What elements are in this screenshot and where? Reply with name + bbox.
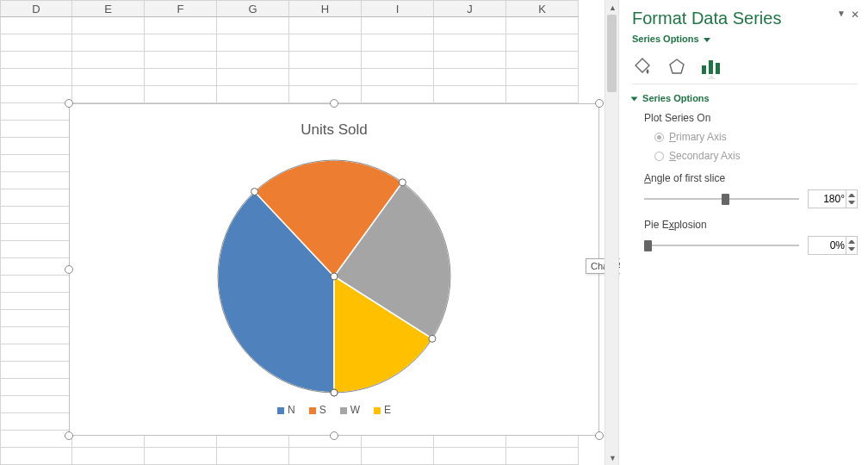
plot-series-on-label: Plot Series On: [632, 112, 858, 124]
chart-plot-area[interactable]: Units Sold NSWE: [69, 103, 599, 436]
scroll-down-button[interactable]: ▼: [605, 450, 620, 465]
legend-swatch: [340, 407, 347, 414]
explosion-slider[interactable]: [644, 238, 799, 253]
resize-handle-n[interactable]: [330, 99, 338, 108]
column-header-H[interactable]: H: [289, 0, 362, 17]
pane-options-icon[interactable]: ▼: [837, 9, 846, 18]
slice-handle[interactable]: [331, 389, 338, 396]
radio-icon: [654, 133, 664, 142]
pane-subtitle-label: Series Options: [632, 34, 699, 44]
legend-item-S[interactable]: S: [309, 404, 326, 416]
radio-icon: [654, 152, 664, 161]
explosion-input[interactable]: 0%: [808, 236, 858, 255]
active-tab-indicator: [707, 75, 716, 79]
scroll-up-button[interactable]: ▲: [605, 0, 620, 15]
close-icon[interactable]: ✕: [851, 9, 859, 21]
secondary-axis-radio: Secondary Axis: [632, 150, 858, 162]
group-label: Series Options: [642, 93, 710, 103]
spreadsheet-grid: DEFGHIJK Units Sold NSWE: [0, 0, 603, 465]
resize-handle-sw[interactable]: [65, 431, 73, 440]
effects-tab[interactable]: [666, 56, 687, 77]
svg-rect-2: [709, 60, 713, 74]
resize-handle-w[interactable]: [65, 265, 73, 274]
column-header-I[interactable]: I: [362, 0, 434, 17]
scroll-thumb[interactable]: [607, 15, 617, 92]
svg-marker-0: [670, 59, 684, 73]
explosion-value: 0%: [830, 239, 845, 251]
resize-handle-s[interactable]: [330, 431, 338, 440]
angle-slider[interactable]: [644, 191, 799, 207]
resize-handle-se[interactable]: [595, 431, 604, 440]
chevron-down-icon: [704, 38, 710, 42]
legend-label: W: [350, 404, 360, 416]
chart-object[interactable]: Units Sold NSWE: [59, 93, 610, 446]
legend-item-N[interactable]: N: [277, 404, 295, 416]
series-options-tab[interactable]: [701, 56, 722, 77]
explosion-label: Pie Explosion: [632, 219, 858, 231]
angle-input[interactable]: 180°: [808, 189, 858, 208]
svg-rect-3: [716, 63, 720, 74]
resize-handle-nw[interactable]: [65, 99, 73, 108]
legend-item-W[interactable]: W: [340, 404, 360, 416]
format-data-series-pane: ▼ ✕ Format Data Series Series Options Se…: [620, 0, 868, 465]
legend-swatch: [374, 407, 381, 414]
angle-label: Angle of first slice: [632, 172, 858, 184]
svg-rect-1: [702, 65, 706, 74]
slice-handle[interactable]: [251, 189, 258, 195]
column-header-E[interactable]: E: [72, 0, 145, 17]
collapse-triangle-icon: [631, 97, 638, 102]
column-header-D[interactable]: D: [0, 0, 72, 17]
column-header-F[interactable]: F: [145, 0, 217, 17]
angle-value: 180°: [823, 193, 845, 205]
series-options-group[interactable]: Series Options: [632, 93, 858, 103]
slice-handle[interactable]: [429, 335, 436, 342]
column-headers: DEFGHIJK: [0, 0, 603, 17]
pane-title: Format Data Series: [632, 9, 858, 28]
pane-subtitle-dropdown[interactable]: Series Options: [632, 34, 858, 44]
chart-legend[interactable]: NSWE: [70, 404, 598, 416]
slice-handle[interactable]: [399, 179, 406, 186]
legend-label: E: [384, 404, 391, 416]
legend-swatch: [309, 407, 316, 414]
format-tabs: [632, 56, 858, 84]
secondary-axis-label: Secondary Axis: [669, 150, 741, 162]
legend-label: N: [288, 404, 295, 416]
chart-title[interactable]: Units Sold: [70, 121, 598, 139]
pie-chart[interactable]: [214, 156, 455, 397]
column-header-K[interactable]: K: [506, 0, 579, 17]
column-header-G[interactable]: G: [217, 0, 289, 17]
legend-label: S: [319, 404, 326, 416]
legend-item-E[interactable]: E: [374, 404, 391, 416]
primary-axis-radio: Primary Axis: [632, 131, 858, 143]
fill-and-line-tab[interactable]: [632, 56, 653, 77]
resize-handle-ne[interactable]: [595, 99, 604, 108]
slice-handle[interactable]: [331, 273, 338, 280]
legend-swatch: [277, 407, 284, 414]
primary-axis-label: Primary Axis: [669, 131, 727, 143]
vertical-scrollbar[interactable]: ▲ ▼: [604, 0, 619, 465]
column-header-J[interactable]: J: [434, 0, 506, 17]
